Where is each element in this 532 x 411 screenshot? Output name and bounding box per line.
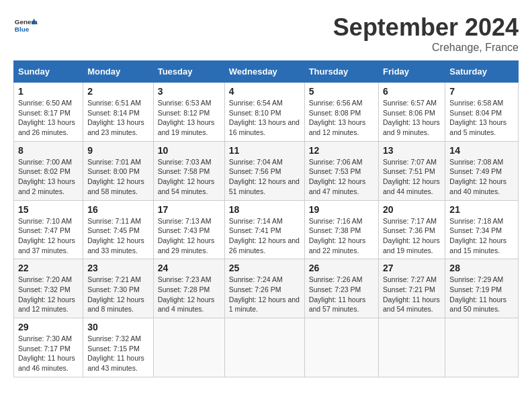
sunset-info: Sunset: 7:21 PM xyxy=(383,285,435,293)
calendar-table: Sunday Monday Tuesday Wednesday Thursday… xyxy=(13,60,519,377)
sunset-info: Sunset: 7:58 PM xyxy=(158,167,210,175)
sunrise-info: Sunrise: 7:32 AM xyxy=(87,334,141,342)
month-title: September 2024 xyxy=(333,13,519,42)
title-area: September 2024 Crehange, France xyxy=(333,13,519,54)
sunset-info: Sunset: 7:19 PM xyxy=(449,285,502,293)
col-monday: Monday xyxy=(83,61,154,83)
calendar-cell: 3 Sunrise: 6:53 AM Sunset: 8:12 PM Dayli… xyxy=(153,83,224,142)
daylight-info: Daylight: 11 hours and 54 minutes. xyxy=(383,295,440,314)
sunrise-info: Sunrise: 7:00 AM xyxy=(18,158,72,166)
logo: General Blue xyxy=(13,13,38,38)
sunrise-info: Sunrise: 7:18 AM xyxy=(449,217,503,225)
sunrise-info: Sunrise: 7:13 AM xyxy=(158,217,212,225)
sunrise-info: Sunrise: 7:04 AM xyxy=(229,158,283,166)
day-number: 22 xyxy=(18,263,79,273)
calendar-cell: 12 Sunrise: 7:06 AM Sunset: 7:53 PM Dayl… xyxy=(304,141,378,200)
daylight-info: Daylight: 13 hours and 2 minutes. xyxy=(18,177,75,195)
calendar-cell: 16 Sunrise: 7:11 AM Sunset: 7:45 PM Dayl… xyxy=(83,200,154,259)
daylight-info: Daylight: 12 hours and 44 minutes. xyxy=(383,177,440,195)
day-number: 8 xyxy=(18,145,79,156)
calendar-cell: 23 Sunrise: 7:21 AM Sunset: 7:30 PM Dayl… xyxy=(83,259,154,318)
sunset-info: Sunset: 8:04 PM xyxy=(449,109,502,117)
daylight-info: Daylight: 12 hours and 40 minutes. xyxy=(449,177,506,195)
day-number: 26 xyxy=(309,263,374,273)
calendar-cell: 17 Sunrise: 7:13 AM Sunset: 7:43 PM Dayl… xyxy=(153,200,224,259)
sunrise-info: Sunrise: 6:56 AM xyxy=(309,99,363,107)
day-number: 15 xyxy=(18,204,79,215)
daylight-info: Daylight: 12 hours and 37 minutes. xyxy=(18,236,75,255)
sunset-info: Sunset: 7:43 PM xyxy=(158,226,210,234)
daylight-info: Daylight: 13 hours and 5 minutes. xyxy=(449,118,506,136)
sunset-info: Sunset: 7:49 PM xyxy=(449,167,502,175)
calendar-cell: 26 Sunrise: 7:26 AM Sunset: 7:23 PM Dayl… xyxy=(304,259,378,318)
day-number: 7 xyxy=(449,86,514,97)
day-number: 30 xyxy=(87,322,149,332)
calendar-cell: 24 Sunrise: 7:23 AM Sunset: 7:28 PM Dayl… xyxy=(153,259,224,318)
day-number: 3 xyxy=(158,86,220,97)
calendar-cell: 18 Sunrise: 7:14 AM Sunset: 7:41 PM Dayl… xyxy=(224,200,304,259)
sunrise-info: Sunrise: 6:50 AM xyxy=(18,99,72,107)
calendar-cell: 9 Sunrise: 7:01 AM Sunset: 8:00 PM Dayli… xyxy=(83,141,154,200)
day-number: 29 xyxy=(18,322,79,332)
daylight-info: Daylight: 12 hours and 22 minutes. xyxy=(309,236,366,255)
calendar-cell: 20 Sunrise: 7:17 AM Sunset: 7:36 PM Dayl… xyxy=(379,200,445,259)
sunset-info: Sunset: 7:51 PM xyxy=(383,167,435,175)
daylight-info: Daylight: 13 hours and 12 minutes. xyxy=(309,118,366,136)
calendar-cell: 14 Sunrise: 7:08 AM Sunset: 7:49 PM Dayl… xyxy=(445,141,519,200)
sunrise-info: Sunrise: 7:06 AM xyxy=(309,158,363,166)
calendar-cell: 6 Sunrise: 6:57 AM Sunset: 8:06 PM Dayli… xyxy=(379,83,445,142)
sunrise-info: Sunrise: 6:57 AM xyxy=(383,99,437,107)
day-number: 24 xyxy=(158,263,220,273)
calendar-cell: 29 Sunrise: 7:30 AM Sunset: 7:17 PM Dayl… xyxy=(14,318,83,377)
sunrise-info: Sunrise: 7:10 AM xyxy=(18,217,72,225)
day-number: 11 xyxy=(229,145,300,156)
day-number: 5 xyxy=(309,86,374,97)
calendar-week-row: 1 Sunrise: 6:50 AM Sunset: 8:17 PM Dayli… xyxy=(14,83,519,142)
sunrise-info: Sunrise: 7:07 AM xyxy=(383,158,437,166)
calendar-cell xyxy=(224,318,304,377)
header-row: Sunday Monday Tuesday Wednesday Thursday… xyxy=(14,61,519,83)
day-number: 25 xyxy=(229,263,300,273)
sunset-info: Sunset: 7:17 PM xyxy=(18,345,71,353)
col-friday: Friday xyxy=(379,61,445,83)
sunset-info: Sunset: 7:45 PM xyxy=(87,226,140,234)
calendar-cell: 7 Sunrise: 6:58 AM Sunset: 8:04 PM Dayli… xyxy=(445,83,519,142)
sunrise-info: Sunrise: 7:14 AM xyxy=(229,217,283,225)
daylight-info: Daylight: 12 hours and 15 minutes. xyxy=(449,236,506,255)
day-number: 21 xyxy=(449,204,514,215)
daylight-info: Daylight: 12 hours and 54 minutes. xyxy=(158,177,215,195)
sunrise-info: Sunrise: 7:11 AM xyxy=(87,217,141,225)
day-number: 17 xyxy=(158,204,220,215)
day-number: 10 xyxy=(158,145,220,156)
sunset-info: Sunset: 7:56 PM xyxy=(229,167,281,175)
sunset-info: Sunset: 7:28 PM xyxy=(158,285,210,293)
day-number: 12 xyxy=(309,145,374,156)
sunrise-info: Sunrise: 7:03 AM xyxy=(158,158,212,166)
day-number: 14 xyxy=(449,145,514,156)
daylight-info: Daylight: 12 hours and 1 minute. xyxy=(229,295,300,314)
sunrise-info: Sunrise: 7:17 AM xyxy=(383,217,437,225)
sunset-info: Sunset: 7:32 PM xyxy=(18,285,71,293)
calendar-cell: 13 Sunrise: 7:07 AM Sunset: 7:51 PM Dayl… xyxy=(379,141,445,200)
sunset-info: Sunset: 7:26 PM xyxy=(229,285,281,293)
calendar-week-row: 8 Sunrise: 7:00 AM Sunset: 8:02 PM Dayli… xyxy=(14,141,519,200)
header: General Blue September 2024 Crehange, Fr… xyxy=(13,13,519,54)
col-saturday: Saturday xyxy=(445,61,519,83)
daylight-info: Daylight: 12 hours and 26 minutes. xyxy=(229,236,300,255)
sunset-info: Sunset: 7:38 PM xyxy=(309,226,361,234)
col-tuesday: Tuesday xyxy=(153,61,224,83)
day-number: 4 xyxy=(229,86,300,97)
sunset-info: Sunset: 8:00 PM xyxy=(87,167,140,175)
day-number: 1 xyxy=(18,86,79,97)
sunset-info: Sunset: 7:23 PM xyxy=(309,285,361,293)
sunrise-info: Sunrise: 7:08 AM xyxy=(449,158,503,166)
daylight-info: Daylight: 13 hours and 23 minutes. xyxy=(87,118,144,136)
daylight-info: Daylight: 12 hours and 29 minutes. xyxy=(158,236,215,255)
col-thursday: Thursday xyxy=(304,61,378,83)
daylight-info: Daylight: 13 hours and 16 minutes. xyxy=(229,118,300,136)
logo-icon: General Blue xyxy=(13,13,38,38)
daylight-info: Daylight: 12 hours and 51 minutes. xyxy=(229,177,300,195)
daylight-info: Daylight: 11 hours and 46 minutes. xyxy=(18,354,75,372)
calendar-cell: 1 Sunrise: 6:50 AM Sunset: 8:17 PM Dayli… xyxy=(14,83,83,142)
calendar-cell: 28 Sunrise: 7:29 AM Sunset: 7:19 PM Dayl… xyxy=(445,259,519,318)
